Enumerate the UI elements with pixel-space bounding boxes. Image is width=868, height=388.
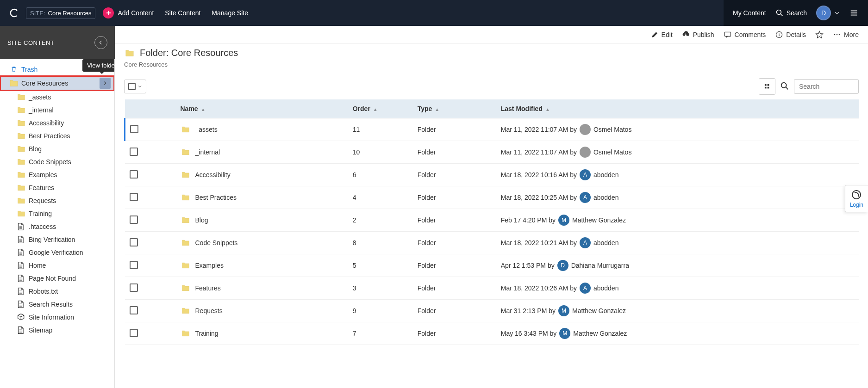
page-title: Folder: Core Resources — [140, 48, 238, 58]
col-name[interactable]: Name▲ — [176, 99, 348, 118]
hamburger-menu-icon[interactable] — [849, 8, 859, 18]
tree-item[interactable]: Examples — [0, 168, 114, 181]
search-toggle-icon[interactable] — [780, 81, 789, 92]
table-row[interactable]: _assets 11 Folder Mar 11, 2022 11:07 AM … — [125, 118, 859, 141]
folder-icon — [181, 216, 191, 224]
modified-user: abodden — [593, 239, 619, 246]
site-selector[interactable]: SITE: Core Resources — [26, 7, 95, 19]
item-name: Accessibility — [195, 171, 231, 179]
row-checkbox[interactable] — [130, 306, 138, 314]
login-icon — [851, 189, 862, 200]
login-tab[interactable]: Login — [845, 185, 868, 212]
row-checkbox[interactable] — [130, 193, 138, 201]
item-name: Training — [195, 330, 219, 337]
page-title-row: Folder: Core Resources — [115, 44, 868, 60]
nav-manage-site[interactable]: Manage Site — [212, 9, 248, 17]
nav-site-content[interactable]: Site Content — [165, 9, 200, 17]
table-row[interactable]: Code Snippets 8 Folder Mar 18, 2022 10:2… — [125, 232, 859, 254]
tree-item[interactable]: _assets — [0, 91, 114, 104]
row-checkbox[interactable] — [130, 238, 138, 246]
app-logo[interactable] — [7, 6, 20, 19]
item-order: 8 — [348, 232, 413, 254]
page-icon — [17, 222, 26, 231]
user-avatar-icon: A — [580, 283, 591, 294]
tree-item[interactable]: _internal — [0, 104, 114, 117]
folder-icon — [181, 261, 191, 270]
folder-icon — [17, 105, 26, 115]
modified-date: Feb 17 4:20 PM by — [501, 216, 556, 224]
tree-item[interactable]: Page Not Found — [0, 272, 114, 285]
more-button[interactable]: More — [833, 31, 859, 39]
page-icon — [17, 235, 26, 244]
tree-item[interactable]: Sitemap — [0, 324, 114, 337]
table-row[interactable]: Features 3 Folder Mar 18, 2022 10:26 AM … — [125, 277, 859, 300]
tree-item[interactable]: Code Snippets — [0, 155, 114, 168]
tree-item[interactable]: Home — [0, 259, 114, 272]
collapse-sidebar-button[interactable] — [94, 36, 107, 49]
item-order: 7 — [348, 322, 413, 345]
select-all-dropdown[interactable] — [124, 80, 146, 93]
user-avatar-icon: M — [559, 328, 570, 339]
item-name: Best Practices — [195, 194, 237, 201]
expand-folder-button[interactable] — [100, 78, 111, 89]
tree-item[interactable]: Features — [0, 181, 114, 194]
folder-icon — [17, 92, 26, 102]
item-name: _internal — [195, 148, 220, 156]
table-row[interactable]: Best Practices 4 Folder Mar 18, 2022 10:… — [125, 186, 859, 209]
item-name: Examples — [195, 262, 224, 269]
row-checkbox[interactable] — [130, 329, 138, 337]
breadcrumb[interactable]: Core Resources — [115, 60, 868, 74]
tree-item[interactable]: Google Verification — [0, 246, 114, 259]
item-order: 10 — [348, 141, 413, 164]
add-content-button[interactable]: + Add Content — [103, 7, 154, 18]
tree-item[interactable]: Best Practices — [0, 129, 114, 142]
details-button[interactable]: Details — [775, 31, 806, 39]
row-checkbox[interactable] — [130, 283, 138, 292]
tree-item[interactable]: Accessibility — [0, 117, 114, 129]
row-checkbox[interactable] — [130, 125, 138, 133]
publish-button[interactable]: Publish — [682, 31, 714, 39]
tree-item[interactable]: .htaccess — [0, 220, 114, 233]
item-name: Features — [195, 284, 221, 292]
item-order: 5 — [348, 254, 413, 277]
item-order: 3 — [348, 277, 413, 300]
folder-icon — [181, 329, 191, 338]
search-input[interactable] — [794, 79, 859, 94]
folder-icon — [17, 183, 26, 192]
table-row[interactable]: Requests 9 Folder Mar 31 2:13 PM byMMatt… — [125, 300, 859, 322]
tree-item[interactable]: Bing Verification — [0, 233, 114, 246]
tree-item[interactable]: Site Information — [0, 311, 114, 324]
col-modified[interactable]: Last Modified▲ — [496, 99, 859, 118]
modified-date: Apr 12 1:53 PM by — [501, 262, 555, 269]
tree-item[interactable]: Blog — [0, 142, 114, 155]
row-checkbox[interactable] — [130, 170, 138, 179]
global-search[interactable]: Search — [775, 9, 807, 17]
row-checkbox[interactable] — [130, 148, 138, 156]
folder-icon — [17, 196, 26, 205]
table-row[interactable]: Examples 5 Folder Apr 12 1:53 PM byDDahi… — [125, 254, 859, 277]
favorite-button[interactable] — [815, 31, 824, 39]
col-order[interactable]: Order▲ — [348, 99, 413, 118]
tree-item[interactable]: Requests — [0, 194, 114, 207]
col-type[interactable]: Type▲ — [413, 99, 496, 118]
tree-root-folder[interactable]: Core Resources — [0, 76, 114, 91]
table-row[interactable]: Blog 2 Folder Feb 17 4:20 PM byMMatthew … — [125, 209, 859, 232]
grid-view-button[interactable] — [759, 78, 775, 95]
tree-item[interactable]: Robots.txt — [0, 285, 114, 298]
tree-item[interactable]: Training — [0, 207, 114, 220]
edit-button[interactable]: Edit — [651, 31, 673, 38]
item-name: Code Snippets — [195, 239, 238, 246]
row-checkbox[interactable] — [130, 261, 138, 269]
user-menu[interactable]: D — [816, 6, 840, 20]
table-row[interactable]: Accessibility 6 Folder Mar 18, 2022 10:1… — [125, 164, 859, 186]
svg-point-20 — [852, 191, 861, 199]
table-row[interactable]: Training 7 Folder May 16 3:43 PM byMMatt… — [125, 322, 859, 345]
item-type: Folder — [413, 164, 496, 186]
modified-date: Mar 18, 2022 10:21 AM by — [501, 239, 577, 246]
table-row[interactable]: _internal 10 Folder Mar 11, 2022 11:07 A… — [125, 141, 859, 164]
item-type: Folder — [413, 254, 496, 277]
my-content-link[interactable]: My Content — [733, 9, 766, 17]
tree-item[interactable]: Search Results — [0, 298, 114, 311]
row-checkbox[interactable] — [130, 216, 138, 224]
comments-button[interactable]: Comments — [724, 31, 766, 39]
